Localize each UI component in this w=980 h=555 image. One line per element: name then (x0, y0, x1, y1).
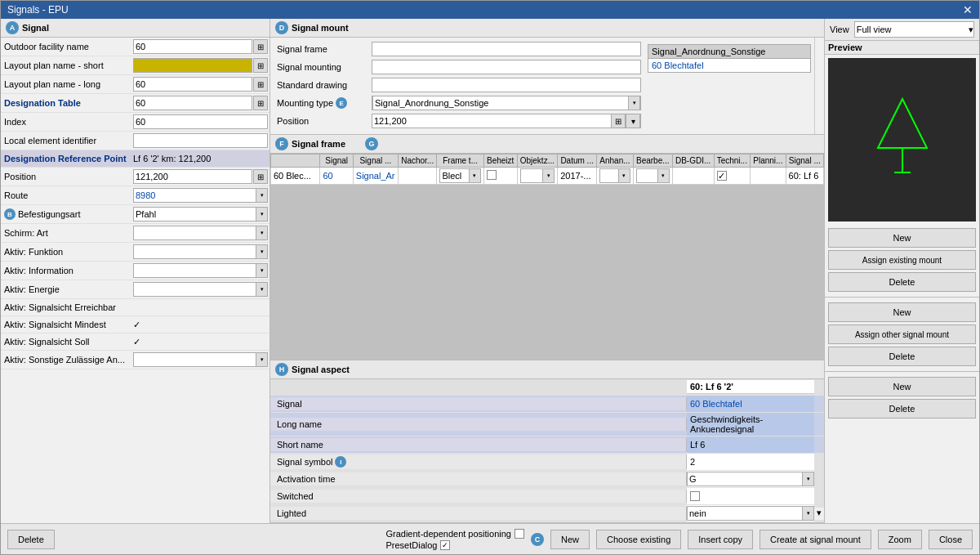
anhan-arrow[interactable]: ▾ (618, 169, 630, 182)
funktion-dropdown[interactable]: ▾ (133, 244, 268, 259)
frame-delete-button[interactable]: Delete (828, 347, 976, 366)
sonstige-dropdown[interactable]: ▾ (133, 352, 268, 367)
mount-scroll[interactable] (814, 38, 824, 134)
techni-checkbox[interactable]: ✓ (717, 171, 727, 181)
befestigung-dropdown-arrow[interactable]: ▾ (256, 208, 267, 221)
choose-existing-button[interactable]: Choose existing (596, 530, 681, 549)
frame-type-arrow[interactable]: ▾ (469, 169, 480, 182)
schirm-dropdown[interactable]: ▾ (133, 226, 268, 240)
cell-signal2[interactable]: Signal_Ar (353, 168, 398, 185)
objekt-dropdown[interactable]: ▾ (520, 168, 555, 183)
lighted-arrow[interactable]: ▾ (802, 507, 813, 520)
table-row: 60 Blec... 60 Signal_Ar Blecl ▾ (271, 168, 824, 185)
mounting-type-arrow[interactable]: ▾ (628, 96, 639, 110)
col-header-beheizt: Beheizt (483, 154, 517, 168)
local-id-value-text[interactable] (133, 133, 268, 148)
gradient-checkbox[interactable] (514, 529, 524, 539)
cell-datum: 2017-... (558, 168, 597, 185)
aspect-value-signal[interactable]: 60 Blechtafel (687, 396, 814, 412)
label-desig-ref: Designation Reference Point (1, 152, 131, 165)
cell-frame[interactable]: Blecl ▾ (437, 168, 483, 185)
label-layout-short: Layout plan name - short (1, 59, 131, 72)
preset-checkbox[interactable] (440, 540, 450, 550)
label-befestigung: B Befestigungsart (1, 207, 131, 222)
value-route: 8980 ▾ (131, 186, 270, 204)
position-value-text[interactable]: 121,200 (133, 169, 252, 184)
position-calc-btn[interactable]: ⊞ (253, 169, 268, 184)
schirm-dropdown-arrow[interactable]: ▾ (256, 226, 267, 239)
delete-button[interactable]: Delete (7, 530, 55, 549)
mount-list-item[interactable]: 60 Blechtafel (648, 59, 810, 72)
energie-dropdown-arrow[interactable]: ▾ (256, 283, 267, 296)
activation-dropdown[interactable]: G ▾ (687, 472, 814, 486)
mount-position-text[interactable]: 121,200 (372, 116, 611, 126)
outdoor-calc-btn[interactable]: ⊞ (253, 39, 268, 54)
mount-value-frame[interactable] (372, 42, 641, 56)
switched-checkbox[interactable] (690, 491, 700, 501)
mount-position-arrow[interactable]: ▾ (626, 114, 640, 128)
col-header-signal: Signal (320, 154, 353, 168)
col-header-bearbe: Bearbe... (633, 154, 672, 168)
mount-buttons: New Assign existing mount Delete (825, 225, 979, 295)
aspect-delete-button[interactable]: Delete (828, 399, 976, 418)
mount-position-btn[interactable]: ⊞ (611, 114, 626, 128)
cell-nachor (398, 168, 436, 185)
aspect-value-longname[interactable]: Geschwindigkeits-Ankuendesignal (687, 413, 814, 436)
frame-type-dropdown[interactable]: Blecl ▾ (439, 168, 480, 183)
desig-table-calc-btn[interactable]: ⊞ (253, 96, 268, 110)
mount-value-drawing[interactable] (372, 78, 641, 92)
cell-signal[interactable]: 60 (320, 168, 353, 185)
sonstige-dropdown-arrow[interactable]: ▾ (256, 353, 267, 366)
signal-badge-a: A (6, 21, 19, 34)
befestigung-dropdown[interactable]: Pfahl ▾ (133, 207, 268, 222)
information-dropdown[interactable]: ▾ (133, 263, 268, 278)
insert-copy-button[interactable]: Insert copy (688, 530, 753, 549)
new-button[interactable]: New (550, 530, 590, 549)
label-position: Position (1, 170, 131, 183)
mount-assign-button[interactable]: Assign existing mount (828, 250, 976, 270)
mounting-type-dropdown[interactable]: Signal_Anordnung_Sonstige ▾ (372, 96, 640, 110)
cell-anhan: ▾ (597, 168, 634, 185)
funktion-dropdown-arrow[interactable]: ▾ (256, 245, 267, 258)
index-value-text[interactable]: 60 (133, 114, 268, 129)
frame-assign-button[interactable]: Assign other signal mount (828, 324, 976, 344)
mount-value-mounting[interactable] (372, 60, 641, 74)
aspect-scroll-8[interactable]: ▾ (814, 508, 824, 520)
svg-marker-0 (878, 99, 927, 148)
energie-dropdown[interactable]: ▾ (133, 282, 268, 297)
aspect-new-button[interactable]: New (828, 377, 976, 396)
layout-long-calc-btn[interactable]: ⊞ (253, 77, 268, 92)
aspect-row-shortname: Short name Lf 6 (270, 436, 824, 454)
layout-long-value-text[interactable]: 60 (133, 77, 252, 92)
cell-db (672, 168, 714, 185)
close-window-button[interactable]: ✕ (963, 4, 973, 16)
bearbe-dropdown[interactable]: ▾ (636, 168, 670, 183)
view-dropdown-arrow[interactable]: ▾ (969, 25, 973, 35)
route-dropdown-arrow[interactable]: ▾ (256, 189, 267, 202)
layout-short-value-text[interactable] (133, 58, 252, 73)
lighted-dropdown[interactable]: nein ▾ (687, 506, 814, 521)
objekt-arrow[interactable]: ▾ (542, 169, 554, 182)
value-funktion: ▾ (131, 243, 270, 261)
information-dropdown-arrow[interactable]: ▾ (256, 264, 267, 277)
outdoor-value-text[interactable]: 60 (133, 39, 252, 54)
activation-arrow[interactable]: ▾ (802, 472, 813, 486)
view-select[interactable]: Full view ▾ (854, 21, 974, 38)
layout-short-calc-btn[interactable]: ⊞ (253, 58, 268, 73)
signal-frame-header: F Signal frame G (270, 135, 824, 154)
route-dropdown[interactable]: 8980 ▾ (133, 188, 268, 203)
anhan-dropdown[interactable]: ▾ (599, 168, 630, 183)
create-at-signal-mount-button[interactable]: Create at signal mount (760, 530, 871, 549)
beheizt-checkbox[interactable] (487, 170, 497, 180)
aspect-value-symbol[interactable]: 2 (687, 454, 814, 470)
bearbe-arrow[interactable]: ▾ (657, 169, 669, 182)
zoom-button[interactable]: Zoom (878, 530, 922, 549)
desig-table-value-text[interactable]: 60 (133, 96, 252, 110)
mount-delete-button[interactable]: Delete (828, 272, 976, 292)
aspect-value-shortname[interactable]: Lf 6 (687, 436, 814, 453)
label-index: Index (1, 115, 131, 128)
aspect-label-signal: Signal (270, 397, 687, 410)
frame-new-button[interactable]: New (828, 302, 976, 322)
mount-new-button[interactable]: New (828, 228, 976, 248)
close-button[interactable]: Close (929, 530, 973, 549)
